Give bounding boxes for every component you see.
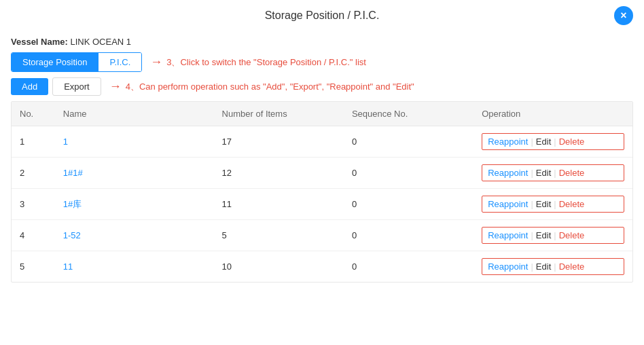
delete-button[interactable]: Delete (559, 261, 585, 272)
action-hint-text: 4、Can perform operation such as "Add", "… (126, 81, 414, 93)
delete-button[interactable]: Delete (559, 230, 585, 240)
vessel-name-row: Vessel Name: LINK OCEAN 1 (11, 37, 633, 47)
op-divider-1: | (531, 137, 533, 147)
modal-header: Storage Position / P.I.C. × (0, 0, 644, 31)
export-button[interactable]: Export (52, 77, 101, 96)
cell-name: 1 (55, 126, 214, 158)
reappoint-button[interactable]: Reappoint (488, 230, 528, 240)
op-divider-2: | (554, 168, 556, 178)
edit-button[interactable]: Edit (536, 168, 551, 178)
col-header-name: Name (55, 102, 214, 126)
op-divider-1: | (531, 168, 533, 178)
col-header-seq: Sequence No. (344, 102, 473, 126)
close-button[interactable]: × (614, 6, 633, 25)
vessel-name-value: LINK OCEAN 1 (70, 37, 131, 47)
tab-row: Storage Position P.I.C. → 3、Click to swi… (11, 52, 633, 72)
data-table: No. Name Number of Items Sequence No. Op… (12, 102, 632, 282)
op-divider-1: | (531, 261, 533, 272)
cell-name: 1-52 (55, 220, 214, 251)
add-button[interactable]: Add (11, 78, 48, 95)
table-row: 4 1-52 5 0 Reappoint | Edit | Delete (12, 220, 632, 251)
edit-button[interactable]: Edit (536, 137, 551, 147)
cell-seq: 0 (344, 189, 473, 220)
cell-op: Reappoint | Edit | Delete (473, 158, 632, 189)
tab-storage-position[interactable]: Storage Position (12, 53, 98, 71)
table-header-row: No. Name Number of Items Sequence No. Op… (12, 102, 632, 126)
action-row: Add Export → 4、Can perform operation suc… (11, 77, 633, 96)
delete-button[interactable]: Delete (559, 168, 585, 178)
tab-arrow-icon: → (150, 55, 162, 69)
col-header-op: Operation (473, 102, 632, 126)
cell-op: Reappoint | Edit | Delete (473, 126, 632, 158)
op-divider-1: | (531, 199, 533, 209)
cell-items: 10 (214, 251, 344, 283)
name-link[interactable]: 1#1# (63, 168, 83, 178)
col-header-no: No. (12, 102, 55, 126)
action-arrow-icon: → (109, 79, 122, 94)
op-divider-2: | (554, 261, 556, 272)
tab-pic[interactable]: P.I.C. (99, 53, 141, 71)
cell-seq: 0 (344, 126, 473, 158)
op-cell: Reappoint | Edit | Delete (482, 258, 624, 275)
delete-button[interactable]: Delete (559, 199, 585, 209)
cell-name: 11 (55, 251, 214, 283)
cell-items: 17 (214, 126, 344, 158)
data-table-wrapper: No. Name Number of Items Sequence No. Op… (11, 101, 633, 283)
cell-op: Reappoint | Edit | Delete (473, 251, 632, 283)
table-row: 2 1#1# 12 0 Reappoint | Edit | Delete (12, 158, 632, 189)
delete-button[interactable]: Delete (559, 137, 585, 147)
cell-seq: 0 (344, 251, 473, 283)
op-divider-2: | (554, 199, 556, 209)
content-area: Vessel Name: LINK OCEAN 1 Storage Positi… (0, 31, 644, 283)
cell-no: 4 (12, 220, 55, 251)
reappoint-button[interactable]: Reappoint (488, 199, 528, 209)
op-divider-2: | (554, 137, 556, 147)
op-divider-1: | (531, 230, 533, 240)
table-row: 1 1 17 0 Reappoint | Edit | Delete (12, 126, 632, 158)
col-header-items: Number of Items (214, 102, 344, 126)
cell-no: 2 (12, 158, 55, 189)
cell-items: 5 (214, 220, 344, 251)
modal-title: Storage Position / P.I.C. (265, 10, 380, 22)
edit-button[interactable]: Edit (536, 261, 551, 272)
cell-items: 11 (214, 189, 344, 220)
name-link[interactable]: 1 (63, 137, 68, 147)
op-cell: Reappoint | Edit | Delete (482, 164, 624, 181)
cell-no: 1 (12, 126, 55, 158)
vessel-label: Vessel Name: (11, 37, 68, 47)
cell-name: 1#1# (55, 158, 214, 189)
op-cell: Reappoint | Edit | Delete (482, 133, 624, 150)
cell-no: 5 (12, 251, 55, 283)
cell-no: 3 (12, 189, 55, 220)
name-link[interactable]: 1-52 (63, 230, 81, 240)
tab-hint-text: 3、Click to switch the "Storage Position … (166, 56, 366, 69)
op-cell: Reappoint | Edit | Delete (482, 196, 624, 213)
name-link[interactable]: 11 (63, 261, 73, 272)
op-divider-2: | (554, 230, 556, 240)
cell-items: 12 (214, 158, 344, 189)
action-hint-row: → 4、Can perform operation such as "Add",… (109, 79, 414, 94)
op-cell: Reappoint | Edit | Delete (482, 227, 624, 244)
tab-hint-row: → 3、Click to switch the "Storage Positio… (150, 55, 366, 69)
edit-button[interactable]: Edit (536, 230, 551, 240)
cell-op: Reappoint | Edit | Delete (473, 189, 632, 220)
table-row: 5 11 10 0 Reappoint | Edit | Delete (12, 251, 632, 283)
table-row: 3 1#库 11 0 Reappoint | Edit | Delete (12, 189, 632, 220)
reappoint-button[interactable]: Reappoint (488, 168, 528, 178)
cell-op: Reappoint | Edit | Delete (473, 220, 632, 251)
reappoint-button[interactable]: Reappoint (488, 261, 528, 272)
cell-name: 1#库 (55, 189, 214, 220)
cell-seq: 0 (344, 220, 473, 251)
name-link[interactable]: 1#库 (63, 199, 82, 209)
edit-button[interactable]: Edit (536, 199, 551, 209)
reappoint-button[interactable]: Reappoint (488, 137, 528, 147)
tab-group: Storage Position P.I.C. (11, 52, 142, 72)
cell-seq: 0 (344, 158, 473, 189)
